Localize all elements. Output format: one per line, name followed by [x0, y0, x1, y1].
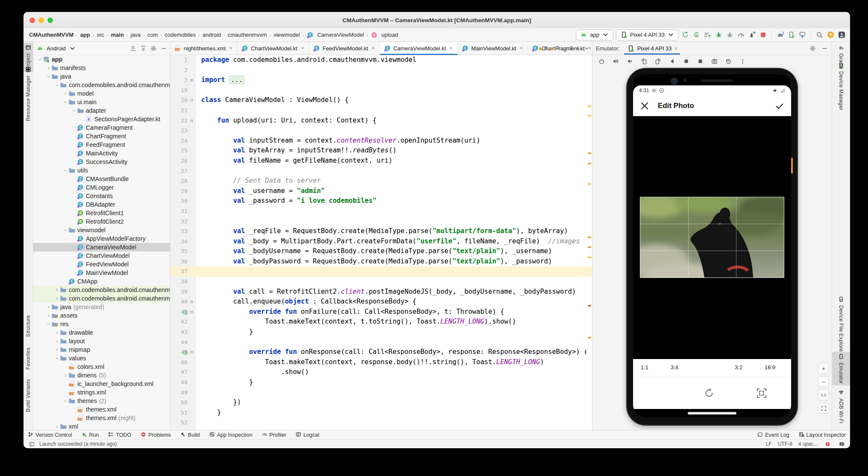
crop-frame-icon[interactable] — [756, 388, 767, 399]
tree-item-chartfragment[interactable]: CChartFragment — [33, 132, 170, 140]
chevron-right-icon[interactable] — [54, 330, 60, 336]
tool-stripe-build-variants[interactable]: Build Variants — [23, 377, 33, 414]
back-icon[interactable] — [668, 57, 676, 65]
tool-window-button-event-log[interactable]: Event Log — [757, 432, 789, 438]
sync-gradle-icon[interactable] — [776, 31, 784, 39]
sdk-manager-icon[interactable] — [798, 31, 806, 39]
debug-icon[interactable] — [715, 31, 723, 39]
editor-tab-mainviewmodel-kt[interactable]: CMainViewModel.kt× — [458, 42, 528, 55]
breadcrumb-item[interactable]: java — [129, 31, 142, 38]
editor-tab-feedviewmodel-kt[interactable]: CFeedViewModel.kt× — [309, 42, 380, 55]
tree-item-java[interactable]: java — [33, 72, 170, 81]
tree-item-mainactivity[interactable]: CMainActivity — [33, 149, 170, 158]
search-everywhere-icon[interactable] — [815, 31, 824, 39]
volume-down-icon[interactable] — [626, 57, 634, 65]
aspect-ratio-3-4[interactable]: 3:4 — [671, 364, 678, 371]
tool-stripe-structure[interactable]: Structure — [23, 313, 33, 339]
apply-changes-icon[interactable]: A — [692, 31, 701, 39]
tree-item-mainviewmodel[interactable]: CMainViewModel — [33, 269, 170, 277]
status-widget-utf-8[interactable]: UTF-8 — [778, 441, 792, 447]
tree-item-successactivity[interactable]: CSuccessActivity — [33, 158, 170, 166]
hide-panel-icon[interactable] — [160, 44, 167, 52]
run-config-select[interactable]: app — [576, 29, 613, 41]
tool-window-button-profiler[interactable]: Profiler — [262, 432, 287, 438]
code-area[interactable]: 1package com.codemobiles.android.cmauthe… — [170, 55, 592, 430]
tool-window-button-problems[interactable]: Problems — [141, 432, 171, 438]
tree-item-dimens[interactable]: dimens(5) — [33, 371, 170, 380]
fold-marker-icon[interactable]: ⊟ — [189, 297, 194, 307]
tree-item-cmapp[interactable]: CCMApp — [33, 277, 170, 286]
settings-icon[interactable] — [150, 44, 157, 52]
close-window-button[interactable] — [29, 18, 35, 23]
editor-tab-cameraviewmodel-kt[interactable]: CCameraViewModel.kt× — [380, 42, 458, 55]
tree-item-values[interactable]: values — [33, 354, 170, 362]
chevron-right-icon[interactable] — [45, 304, 51, 310]
tree-item-themes-xml[interactable]: <>themes.xml(night) — [33, 414, 170, 422]
breadcrumb-item[interactable]: app — [79, 31, 91, 38]
breadcrumb-item[interactable]: src — [95, 31, 105, 38]
tree-item-drawable[interactable]: drawable — [33, 328, 170, 337]
tree-item-com-codemobiles-android-cmauthenmvvm[interactable]: com.codemobiles.android.cmauthenmvvm — [33, 286, 170, 294]
tree-item-layout[interactable]: layout — [33, 337, 170, 345]
override-marker-icon[interactable] — [182, 349, 188, 355]
aspect-ratio-1-1[interactable]: 1:1 — [641, 364, 648, 371]
tree-item-com-codemobiles-android-cmauthenmvvm[interactable]: com.codemobiles.android.cmauthenmvvm — [33, 294, 170, 303]
notifications-icon[interactable] — [838, 440, 846, 448]
power-icon[interactable] — [598, 57, 606, 65]
chevron-down-icon[interactable] — [37, 56, 43, 62]
tree-item-ic-launcher-background-xml[interactable]: <>ic_launcher_background.xml — [33, 380, 170, 388]
tree-item-ui-main[interactable]: ui.main — [33, 98, 170, 106]
home-icon[interactable] — [682, 57, 690, 65]
tree-item-viewmodel[interactable]: viewmodel — [33, 226, 170, 234]
tool-window-button-version-control[interactable]: Version Control — [28, 432, 72, 438]
chevron-right-icon[interactable] — [54, 287, 60, 293]
tree-item-retrofitclient1[interactable]: ORetrofitClient1 — [33, 209, 170, 217]
tree-item-utils[interactable]: utils — [33, 166, 170, 175]
chevron-right-icon[interactable] — [45, 312, 51, 318]
tree-item-mipmap[interactable]: mipmap — [33, 345, 170, 354]
breadcrumb-item[interactable]: android — [201, 31, 222, 38]
window-layout-icon[interactable] — [28, 440, 36, 448]
chevron-right-icon[interactable] — [54, 295, 60, 301]
close-tab-icon[interactable]: × — [519, 45, 524, 51]
tree-item-cameraviewmodel[interactable]: CCameraViewModel — [33, 243, 170, 251]
stop-icon[interactable] — [759, 31, 767, 39]
volume-up-icon[interactable] — [612, 57, 620, 65]
breadcrumb-item[interactable]: codemobiles — [163, 31, 197, 38]
fold-marker-icon[interactable]: ⊞ — [189, 75, 194, 85]
tree-item-retrofitclient2[interactable]: ORetrofitClient2 — [33, 217, 170, 226]
tree-item-themes-xml[interactable]: <>themes.xml — [33, 405, 170, 414]
zoom-out-button[interactable]: − — [818, 376, 829, 387]
chevron-right-icon[interactable] — [45, 65, 51, 71]
breadcrumb-item[interactable]: main — [109, 31, 125, 38]
avatar-icon[interactable] — [838, 31, 846, 39]
close-tab-icon[interactable]: × — [228, 45, 233, 51]
tool-window-button-todo[interactable]: TODO — [108, 432, 131, 438]
chevron-down-icon[interactable] — [62, 167, 68, 173]
status-widget-lf[interactable]: LF — [766, 441, 772, 447]
fold-marker-icon[interactable]: ⊟ — [189, 307, 194, 317]
breadcrumb-item[interactable]: cmauthenmvvm — [226, 31, 268, 38]
aspect-ratio-3-2[interactable]: 3:2 — [735, 364, 742, 371]
project-view-selector[interactable]: Android — [47, 45, 66, 52]
status-widget-4-spac-[interactable]: 4 spac... — [798, 441, 818, 447]
tree-item-sectionspageradapter-kt[interactable]: KSectionsPagerAdapter.kt — [33, 115, 170, 123]
breadcrumb-item[interactable]: CMAuthenMVVM — [28, 31, 75, 38]
inspections-widget[interactable]: 462 — [537, 42, 589, 55]
tool-stripe-adb-wi-fi[interactable]: ADB Wi-Fi — [832, 388, 850, 425]
tree-item-chartviewmodel[interactable]: CChartViewModel — [33, 251, 170, 260]
chevron-right-icon[interactable] — [54, 338, 60, 344]
chevron-down-icon[interactable] — [62, 398, 68, 404]
tool-stripe-resource-manager[interactable]: Resource Manager — [23, 65, 33, 123]
tree-item-res[interactable]: res — [33, 320, 170, 328]
tree-item-adapter[interactable]: adapter — [33, 106, 170, 115]
attach-debugger-icon[interactable] — [726, 31, 734, 39]
ide-update-icon[interactable] — [827, 31, 835, 39]
chevron-down-icon[interactable] — [71, 108, 77, 114]
tool-window-button-logcat[interactable]: Logcat — [296, 432, 320, 438]
collapse-all-icon[interactable] — [129, 44, 137, 52]
chevron-down-icon[interactable] — [45, 321, 51, 327]
rerun-icon[interactable] — [681, 31, 689, 39]
tree-item-colors-xml[interactable]: <>colors.xml — [33, 362, 170, 371]
tool-stripe-emulator[interactable]: Emulator — [832, 352, 850, 385]
